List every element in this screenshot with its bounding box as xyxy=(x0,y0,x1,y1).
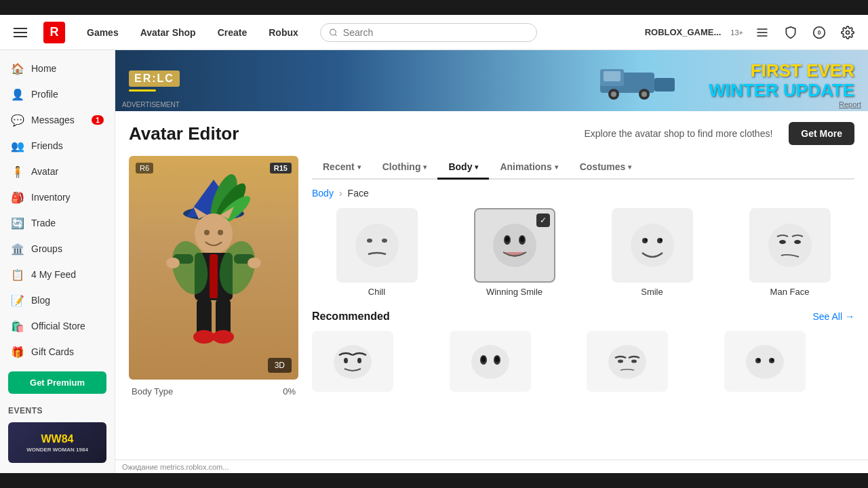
face-item-chill[interactable]: Chill xyxy=(312,208,441,297)
face-card-smile xyxy=(612,208,693,283)
events-banner[interactable]: WW84 WONDER WOMAN 1984 xyxy=(8,422,106,463)
tabs-bar: Recent ▾ Clothing ▾ Body ▾ Animations xyxy=(312,156,854,180)
sidebar-item-trade[interactable]: 🔄 Trade xyxy=(0,210,115,236)
ad-title-line2: WINTER UPDATE xyxy=(709,81,854,100)
sidebar-item-avatar[interactable]: 🧍 Avatar xyxy=(0,159,115,184)
rec-item-2[interactable] xyxy=(450,331,531,392)
face-item-smile[interactable]: Smile xyxy=(587,208,717,297)
sidebar-label-friends: Friends xyxy=(31,140,104,151)
rec-item-3[interactable] xyxy=(587,331,668,392)
sidebar-item-home[interactable]: 🏠 Home xyxy=(0,56,115,81)
bottom-bar: Ожидание metrics.roblox.com... xyxy=(0,473,868,488)
nav-robux[interactable]: Robux xyxy=(260,23,307,42)
editor-title: Avatar Editor xyxy=(129,123,239,144)
avatar-3d-button[interactable]: 3D xyxy=(268,358,292,373)
header-right: ROBLOX_GAME... 13+ 0 xyxy=(645,23,857,42)
tab-clothing[interactable]: Clothing ▾ xyxy=(372,156,438,180)
recommended-header: Recommended See All → xyxy=(312,310,854,323)
list-icon[interactable] xyxy=(753,23,772,42)
blog-icon: 📝 xyxy=(11,293,24,307)
see-all-button[interactable]: See All → xyxy=(812,311,854,322)
get-premium-button[interactable]: Get Premium xyxy=(8,371,106,394)
events-label: Events xyxy=(0,401,115,418)
recommended-grid xyxy=(312,331,854,392)
chevron-down-icon: ▾ xyxy=(475,163,478,171)
sidebar-item-friends[interactable]: 👥 Friends xyxy=(0,133,115,159)
search-icon xyxy=(329,28,338,37)
search-input[interactable] xyxy=(343,27,528,38)
tab-animations[interactable]: Animations ▾ xyxy=(489,156,568,180)
tab-body[interactable]: Body ▾ xyxy=(437,156,489,180)
svg-point-7 xyxy=(846,30,850,34)
svg-rect-15 xyxy=(654,78,675,92)
svg-point-21 xyxy=(195,214,233,254)
sidebar-item-inventory[interactable]: 🎒 Inventory xyxy=(0,184,115,210)
inventory-icon: 🎒 xyxy=(11,190,24,204)
hamburger-menu[interactable] xyxy=(11,25,30,40)
shield-icon[interactable] xyxy=(781,23,800,42)
sidebar-label-avatar: Avatar xyxy=(31,166,104,177)
svg-point-69 xyxy=(771,359,774,361)
chevron-down-icon: ▾ xyxy=(628,163,631,171)
svg-point-53 xyxy=(794,240,801,244)
face-label-winning-smile: Winning Smile xyxy=(486,287,542,297)
selected-checkmark: ✓ xyxy=(536,214,550,227)
search-bar[interactable] xyxy=(320,23,537,42)
face-card-man-face xyxy=(749,208,831,283)
trade-icon: 🔄 xyxy=(11,216,24,230)
nav-avatar-shop[interactable]: Avatar Shop xyxy=(132,23,204,42)
status-text: Ожидание metrics.roblox.com... xyxy=(122,463,229,471)
svg-point-13 xyxy=(642,92,647,97)
svg-point-54 xyxy=(334,345,372,379)
breadcrumb-parent[interactable]: Body xyxy=(312,188,334,199)
sidebar-item-giftcards[interactable]: 🎁 Gift Cards xyxy=(0,339,115,365)
tab-costumes[interactable]: Costumes ▾ xyxy=(569,156,643,180)
svg-point-41 xyxy=(493,224,536,267)
sidebar: 🏠 Home 👤 Profile 💬 Messages 1 👥 Friends … xyxy=(0,50,115,473)
face-label-chill: Chill xyxy=(368,287,385,297)
tabs-and-items: Recent ▾ Clothing ▾ Body ▾ Animations xyxy=(312,156,854,396)
svg-point-68 xyxy=(757,359,760,361)
sidebar-label-messages: Messages xyxy=(31,115,85,125)
rec-item-4[interactable] xyxy=(724,331,806,392)
face-item-winning-smile[interactable]: ✓ xyxy=(450,208,579,297)
tab-recent[interactable]: Recent ▾ xyxy=(312,156,372,180)
breadcrumb: Body › Face xyxy=(312,188,854,199)
svg-point-52 xyxy=(779,240,786,244)
robux-icon[interactable]: 0 xyxy=(810,23,829,42)
svg-point-35 xyxy=(212,330,234,344)
svg-point-44 xyxy=(505,237,509,242)
nav-create[interactable]: Create xyxy=(210,23,256,42)
svg-point-62 xyxy=(608,345,646,379)
username-display: ROBLOX_GAME... xyxy=(645,27,722,37)
svg-point-38 xyxy=(355,224,399,267)
sidebar-item-myfeed[interactable]: 📋 4 My Feed xyxy=(0,262,115,287)
chevron-down-icon: ▾ xyxy=(555,163,558,171)
svg-point-50 xyxy=(660,239,663,241)
editor-header: Avatar Editor Explore the avatar shop to… xyxy=(129,122,854,145)
top-bar xyxy=(0,0,868,15)
svg-point-22 xyxy=(204,230,210,235)
ad-report-link[interactable]: Report xyxy=(839,100,861,108)
nav-games[interactable]: Games xyxy=(79,23,127,42)
sidebar-item-groups[interactable]: 🏛️ Groups xyxy=(0,236,115,262)
settings-icon[interactable] xyxy=(838,23,857,42)
svg-line-1 xyxy=(335,34,336,35)
svg-point-49 xyxy=(645,239,648,241)
ad-erlc-badge: ER:LC xyxy=(129,70,180,87)
svg-point-34 xyxy=(193,330,215,344)
sidebar-item-blog[interactable]: 📝 Blog xyxy=(0,287,115,313)
sidebar-label-giftcards: Gift Cards xyxy=(31,346,104,357)
chevron-down-icon: ▾ xyxy=(423,163,427,171)
svg-point-55 xyxy=(344,358,348,363)
sidebar-item-profile[interactable]: 👤 Profile xyxy=(0,81,115,107)
face-item-man-face[interactable]: Man Face xyxy=(725,208,854,297)
roblox-logo[interactable]: R xyxy=(43,22,65,43)
get-more-button[interactable]: Get More xyxy=(789,122,854,145)
body-type-pct: 0% xyxy=(283,386,296,396)
rec-item-1[interactable] xyxy=(312,331,393,392)
svg-point-40 xyxy=(382,239,387,243)
sidebar-item-officialstore[interactable]: 🛍️ Official Store xyxy=(0,313,115,339)
sidebar-item-messages[interactable]: 💬 Messages 1 xyxy=(0,107,115,133)
sidebar-label-groups: Groups xyxy=(31,243,104,254)
